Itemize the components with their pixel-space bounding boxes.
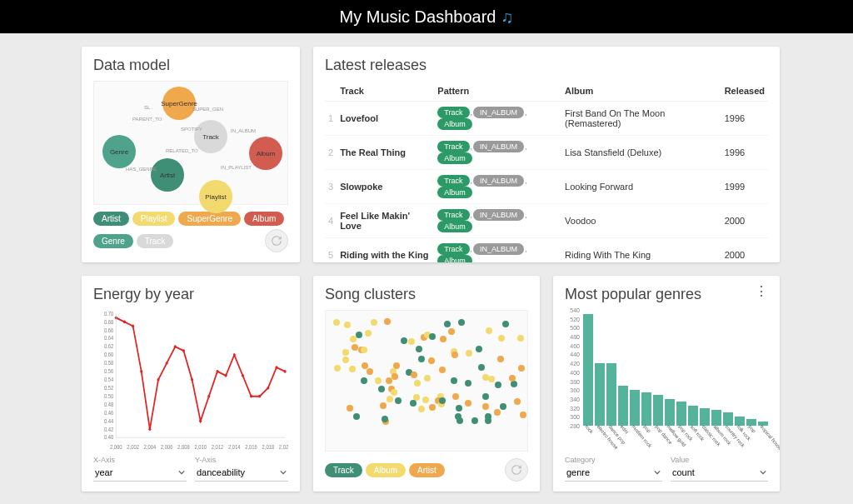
cluster-node[interactable]: [486, 327, 492, 334]
cluster-node[interactable]: [509, 375, 516, 382]
cluster-node[interactable]: [375, 377, 382, 384]
cluster-node[interactable]: [353, 413, 360, 420]
cluster-node[interactable]: [520, 412, 526, 418]
refresh-button[interactable]: [505, 458, 528, 482]
cluster-node[interactable]: [498, 335, 505, 342]
cluster-node[interactable]: [482, 403, 489, 410]
chip-genre[interactable]: Genre: [93, 234, 133, 248]
cluster-node[interactable]: [500, 403, 506, 410]
data-model-graph[interactable]: SuperGenreTrackAlbumGenreArtistPlaylistS…: [93, 81, 288, 205]
cluster-node[interactable]: [410, 400, 417, 407]
bar-pop-rock[interactable]: pop rock: [676, 402, 686, 426]
cluster-node[interactable]: [428, 357, 435, 364]
refresh-button[interactable]: [265, 229, 288, 252]
cluster-node[interactable]: [424, 375, 431, 382]
chip-playlist[interactable]: Playlist: [132, 212, 176, 226]
cluster-node[interactable]: [458, 319, 465, 326]
cluster-node[interactable]: [392, 373, 398, 380]
cluster-node[interactable]: [361, 377, 367, 384]
cluster-node[interactable]: [451, 352, 458, 358]
cluster-node[interactable]: [344, 322, 351, 328]
cluster-node[interactable]: [429, 404, 436, 411]
cluster-node[interactable]: [380, 402, 387, 409]
cluster-node[interactable]: [349, 366, 356, 372]
graph-node-supergenre[interactable]: SuperGenre: [162, 87, 196, 120]
cluster-node[interactable]: [418, 406, 425, 412]
energy-chart[interactable]: 0.400.420.440.460.480.500.520.540.560.58…: [93, 310, 288, 451]
cluster-node[interactable]: [365, 330, 372, 337]
cluster-node[interactable]: [414, 380, 421, 387]
graph-node-album[interactable]: Album: [249, 137, 282, 170]
graph-node-track[interactable]: Track: [194, 120, 227, 153]
bar-pop[interactable]: pop: [746, 419, 756, 426]
chip-album[interactable]: Album: [366, 463, 406, 477]
card-menu-button[interactable]: ⋮: [755, 286, 768, 297]
bar-mellow-gold[interactable]: mellow gold: [665, 399, 675, 426]
cluster-node[interactable]: [371, 319, 377, 326]
y-axis-select[interactable]: danceability: [195, 464, 288, 482]
bar-classic-rock[interactable]: classic rock: [700, 408, 710, 426]
bar-pop[interactable]: pop: [641, 392, 651, 426]
cluster-node[interactable]: [342, 349, 349, 356]
cluster-node[interactable]: [482, 393, 489, 400]
cluster-node[interactable]: [465, 400, 471, 407]
cluster-node[interactable]: [485, 417, 491, 424]
value-select[interactable]: count: [671, 464, 768, 482]
cluster-node[interactable]: [478, 364, 485, 371]
x-axis-select[interactable]: year: [93, 464, 187, 482]
cluster-node[interactable]: [518, 365, 525, 372]
cluster-node[interactable]: [517, 335, 524, 342]
bar-rock[interactable]: rock: [583, 314, 593, 426]
cluster-node[interactable]: [367, 368, 373, 375]
cluster-node[interactable]: [422, 397, 429, 403]
cluster-node[interactable]: [514, 398, 521, 405]
bar-electro-house[interactable]: electro house: [595, 363, 605, 426]
cluster-node[interactable]: [439, 367, 446, 373]
cluster-node[interactable]: [451, 377, 457, 384]
chip-album[interactable]: Album: [244, 212, 284, 226]
chip-supergenre[interactable]: SuperGenre: [178, 212, 240, 226]
cluster-node[interactable]: [395, 397, 402, 404]
cluster-node[interactable]: [382, 416, 388, 422]
cluster-node[interactable]: [334, 365, 341, 372]
cluster-node[interactable]: [495, 382, 501, 388]
bar-folk-rock[interactable]: folk rock: [735, 417, 745, 426]
cluster-node[interactable]: [418, 356, 425, 362]
category-select[interactable]: genre: [565, 464, 662, 482]
chip-artist[interactable]: Artist: [93, 212, 129, 226]
bar-tropical-house[interactable]: tropical house: [758, 422, 768, 426]
bar-modern-rock[interactable]: modern rock: [630, 390, 640, 426]
table-row[interactable]: 4 Feel Like Makin' Love Track,IN_ALBUM,A…: [325, 204, 768, 238]
cluster-node[interactable]: [416, 346, 422, 352]
bar-edm[interactable]: edm: [618, 386, 628, 426]
table-row[interactable]: 2 The Real Thing Track,IN_ALBUM,Album Li…: [325, 136, 768, 170]
chip-track[interactable]: Track: [325, 463, 362, 477]
table-row[interactable]: 5 Riding with the King Track,IN_ALBUM,Al…: [325, 238, 768, 263]
cluster-node[interactable]: [439, 397, 446, 404]
bar-pop-dance[interactable]: pop dance: [653, 395, 663, 426]
cluster-node[interactable]: [408, 338, 415, 345]
cluster-node[interactable]: [471, 417, 478, 424]
cluster-node[interactable]: [494, 409, 501, 416]
graph-node-genre[interactable]: Genre: [102, 135, 136, 168]
chip-artist[interactable]: Artist: [409, 463, 445, 477]
cluster-node[interactable]: [361, 347, 367, 353]
cluster-node[interactable]: [511, 381, 517, 387]
cluster-node[interactable]: [386, 377, 392, 384]
cluster-node[interactable]: [342, 357, 349, 363]
cluster-node[interactable]: [401, 337, 407, 344]
cluster-node[interactable]: [444, 321, 451, 327]
cluster-node[interactable]: [411, 372, 417, 378]
cluster-node[interactable]: [502, 321, 509, 327]
graph-node-playlist[interactable]: Playlist: [199, 180, 232, 213]
cluster-node[interactable]: [384, 318, 391, 325]
cluster-node[interactable]: [465, 380, 471, 387]
cluster-node[interactable]: [476, 346, 482, 352]
table-row[interactable]: 1 Lovefool Track,IN_ALBUM,Album First Ba…: [325, 102, 768, 136]
cluster-node[interactable]: [448, 328, 455, 335]
cluster-node[interactable]: [466, 350, 472, 357]
chip-track[interactable]: Track: [137, 234, 174, 248]
table-row[interactable]: 3 Slowpoke Track,IN_ALBUM,Album Looking …: [325, 170, 768, 204]
cluster-node[interactable]: [393, 362, 400, 369]
cluster-node[interactable]: [391, 389, 397, 396]
